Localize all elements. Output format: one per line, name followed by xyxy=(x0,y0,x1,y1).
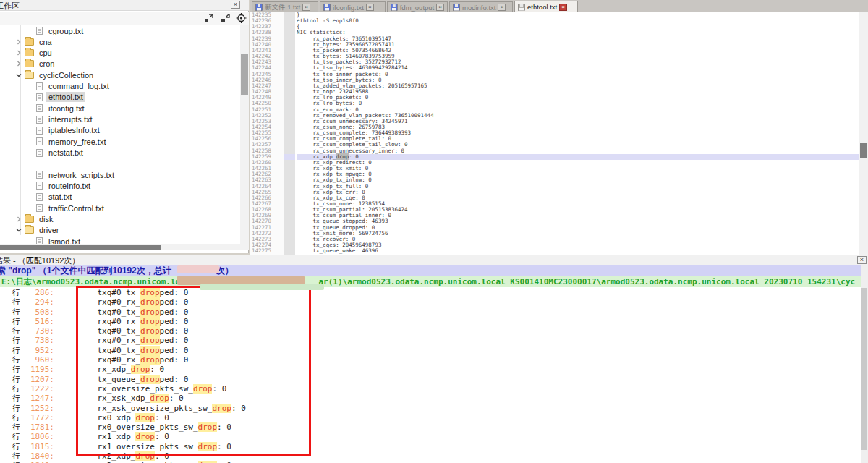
tree-item-redacted xyxy=(0,158,240,169)
tab-close-icon[interactable]: × xyxy=(559,4,567,11)
tree-vertical-scrollbar[interactable] xyxy=(240,25,249,244)
chevron-down-icon[interactable] xyxy=(16,72,22,78)
line-number: 142275 xyxy=(250,248,284,254)
row-line-number: 738: xyxy=(22,336,54,345)
code-line: rx_xdp_tx_inlnw: 0 xyxy=(297,177,859,183)
tree-item-label: trafficControl.txt xyxy=(46,203,106,213)
results-vertical-scrollbar[interactable] xyxy=(861,265,868,463)
tree-item-lsmod-txt[interactable]: lsmod.txt xyxy=(0,236,240,244)
tree-item-label: interrupts.txt xyxy=(46,114,95,124)
tree-hscroll-thumb[interactable] xyxy=(0,245,161,250)
tree-item-driver[interactable]: driver xyxy=(0,225,240,236)
tree-item-cron[interactable]: cron xyxy=(0,59,240,69)
tree-item-label: disk xyxy=(37,214,56,224)
file-icon xyxy=(36,149,43,157)
tree-item-label: lsmod.txt xyxy=(46,237,82,244)
row-line-number: 508: xyxy=(22,307,54,317)
tree-horizontal-scrollbar[interactable] xyxy=(0,244,249,250)
tab-ifconfig-txt[interactable]: ifconfig.txt× xyxy=(320,1,386,12)
tree-item-label: stat.txt xyxy=(46,192,74,202)
row-line-number: 960: xyxy=(22,355,54,365)
tab-close-icon[interactable]: × xyxy=(436,4,444,11)
row-line-number: 1815: xyxy=(22,442,54,451)
chevron-right-icon[interactable] xyxy=(16,39,22,45)
tree-item-routeInfo-txt[interactable]: routeInfo.txt xyxy=(0,180,240,191)
row-line-label: 行 xyxy=(0,355,22,365)
code-line: tx_added_vlan_packets: 205165957165 xyxy=(297,83,859,89)
red-annotation-rectangle xyxy=(76,286,311,456)
workspace-close-button[interactable]: × xyxy=(231,1,240,9)
tree-item-network_scripts-txt[interactable]: network_scripts.txt xyxy=(0,169,240,180)
tree-item-ifconfig-txt[interactable]: ifconfig.txt xyxy=(0,103,240,114)
tab--1-txt[interactable]: 新文件 1.txt× xyxy=(252,1,318,12)
tab-ethtool-txt[interactable]: ethtool.txt× xyxy=(514,1,578,12)
tree-item-cpu[interactable]: cpu xyxy=(0,48,240,59)
tree-item-stat-txt[interactable]: stat.txt xyxy=(0,192,240,203)
censor-blur-count xyxy=(177,265,219,273)
save-floppy-icon xyxy=(323,4,331,11)
tab-label: ifconfig.txt xyxy=(333,4,364,12)
tab-modinfo-txt[interactable]: modinfo.txt× xyxy=(449,1,513,12)
code-line: rx_csum_unnecessary_inner: 0 xyxy=(297,148,859,154)
save-floppy-icon xyxy=(255,4,263,11)
row-line-number: 952: xyxy=(22,346,54,355)
editor-vertical-scrollbar[interactable] xyxy=(859,12,868,255)
tab-close-icon[interactable]: × xyxy=(366,4,374,11)
tree-item-label: cgroup.txt xyxy=(46,26,85,36)
locate-current-file-icon[interactable] xyxy=(236,13,247,23)
tree-item-trafficControl-txt[interactable]: trafficControl.txt xyxy=(0,203,240,213)
file-icon xyxy=(36,204,43,212)
results-close-button[interactable]: × xyxy=(857,256,867,264)
row-line-number: 1247: xyxy=(22,394,54,403)
code-line: rx_lro_packets: 0 xyxy=(297,95,859,101)
tab-fdm_output[interactable]: fdm_output× xyxy=(387,1,448,12)
tree-item-label: cyclicCollection xyxy=(37,70,95,80)
code-line: tx_nop: 232419588 xyxy=(297,89,859,95)
tree-item-label: cpu xyxy=(37,48,54,58)
row-line-label: 行 xyxy=(0,336,22,345)
row-line-label: 行 xyxy=(0,451,22,461)
save-floppy-icon xyxy=(518,4,525,11)
chevron-down-icon[interactable] xyxy=(16,227,22,233)
tree-item-command_log-txt[interactable]: command_log.txt xyxy=(0,81,240,92)
tree-item-ethtool-txt[interactable]: ethtool.txt xyxy=(0,92,240,103)
tab-close-icon[interactable]: × xyxy=(498,4,506,11)
expand-all-icon[interactable] xyxy=(203,13,214,23)
tree-item-cyclicCollection[interactable]: cyclicCollection xyxy=(0,69,240,80)
tree-item-netstat-txt[interactable]: netstat.txt xyxy=(0,148,240,158)
tab-close-icon[interactable]: × xyxy=(302,4,310,11)
tree-item-iptablesInfo-txt[interactable]: iptablesInfo.txt xyxy=(0,125,240,136)
tab-bar: 新文件 1.txt×ifconfig.txt×fdm_output×modinf… xyxy=(250,0,868,12)
folder-icon xyxy=(25,216,34,223)
row-line-label: 行 xyxy=(0,422,22,432)
row-line-label: 行 xyxy=(0,442,22,451)
tree-vscroll-thumb[interactable] xyxy=(241,54,248,95)
search-summary-line[interactable]: 索 "drop" （1个文件中匹配到10192次，总计次） xyxy=(0,265,861,276)
folder-icon xyxy=(25,60,34,67)
tree-item-memory_free-txt[interactable]: memory_free.txt xyxy=(0,136,240,147)
tree-item-cgroup-txt[interactable]: cgroup.txt xyxy=(0,25,240,36)
line-number-gutter: 1422351422361422371422381422391422401422… xyxy=(250,12,284,255)
censor-blur-path-2 xyxy=(200,284,324,290)
code-line: rx_xdp_redirect: 0 xyxy=(297,160,859,166)
collapse-all-icon[interactable] xyxy=(220,13,231,23)
tree-item-disk[interactable]: disk xyxy=(0,213,240,224)
results-vscroll-thumb[interactable] xyxy=(861,288,867,450)
folder-icon xyxy=(25,38,34,46)
chevron-right-icon[interactable] xyxy=(16,50,22,56)
chevron-right-icon[interactable] xyxy=(16,216,22,222)
tree-item-interrupts-txt[interactable]: interrupts.txt xyxy=(0,114,240,125)
editor-code-area[interactable]: }ethtool -S enp1s0f0{NIC statistics: rx_… xyxy=(297,12,859,255)
code-line: tx_xmit_more: 569724756 xyxy=(297,231,859,237)
row-line-label: 行 xyxy=(0,326,22,336)
tab-label: modinfo.txt xyxy=(462,4,495,12)
row-line-number: 1840: xyxy=(22,451,54,461)
workspace-file-tree[interactable]: cgroup.txtcnacpucroncyclicCollectioncomm… xyxy=(0,25,240,244)
file-icon xyxy=(36,82,43,90)
open-folder-icon xyxy=(25,72,34,79)
open-folder-icon xyxy=(25,226,34,234)
chevron-right-icon[interactable] xyxy=(16,61,22,67)
tree-item-cna[interactable]: cna xyxy=(0,36,240,47)
tree-item-label: ifconfig.txt xyxy=(46,103,87,114)
editor-vscroll-thumb[interactable] xyxy=(860,143,867,158)
